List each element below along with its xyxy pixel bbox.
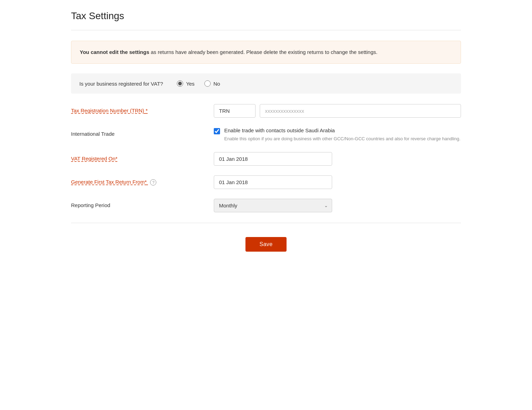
international-trade-checkbox[interactable] [214,128,220,134]
save-section: Save [71,234,461,259]
international-trade-field-col: Enable trade with contacts outside Saudi… [214,127,461,142]
vat-question: Is your business registered for VAT? [79,81,163,87]
vat-registered-input[interactable] [214,152,332,166]
vat-registered-row: VAT Registered On* [71,152,461,166]
alert-bold-text: You cannot edit the settings [80,49,149,55]
vat-registered-field-col [214,152,461,166]
first-tax-return-row: Generate First Tax Return From* ? [71,175,461,189]
form-section: Tax Registration Number (TRN) * Internat… [71,104,461,212]
reporting-period-row: Reporting Period Monthly Quarterly Annua… [71,199,461,212]
trn-label-text: Tax Registration Number (TRN) [71,108,144,113]
trn-asterisk: * [144,108,148,113]
vat-no-option[interactable]: No [204,80,220,87]
vat-no-radio[interactable] [204,80,211,87]
reporting-period-label: Reporting Period [71,202,110,208]
reporting-period-select-wrapper: Monthly Quarterly Annually ⌄ [214,199,332,212]
save-button[interactable]: Save [245,237,287,252]
international-trade-main-label[interactable]: Enable trade with contacts outside Saudi… [224,127,461,133]
alert-normal-text: as returns have already been generated. … [149,49,377,55]
vat-yes-radio[interactable] [177,80,183,87]
first-tax-return-label: Generate First Tax Return From* ? [71,179,156,185]
bottom-divider [71,223,461,223]
vat-yes-option[interactable]: Yes [177,80,194,87]
vat-no-label[interactable]: No [213,81,220,87]
reporting-period-field-col: Monthly Quarterly Annually ⌄ [214,199,461,212]
vat-registered-label-col: VAT Registered On* [71,152,203,161]
vat-registered-label: VAT Registered On* [71,156,117,161]
reporting-period-select[interactable]: Monthly Quarterly Annually [214,199,332,212]
page-title: Tax Settings [71,10,461,22]
vat-section: Is your business registered for VAT? Yes… [71,73,461,94]
international-trade-row: International Trade Enable trade with co… [71,127,461,142]
first-tax-return-input[interactable] [214,175,332,189]
reporting-period-label-col: Reporting Period [71,199,203,208]
international-trade-label: International Trade [71,131,115,137]
international-trade-sub-label: Enable this option if you are doing busi… [224,135,461,142]
top-divider [71,30,461,30]
first-tax-return-label-text: Generate First Tax Return From* [71,179,147,185]
first-tax-return-help-icon[interactable]: ? [150,179,156,186]
trn-label: Tax Registration Number (TRN) * [71,108,148,113]
trn-prefix-input[interactable] [214,104,256,118]
international-trade-label-col: International Trade [71,127,203,137]
alert-banner: You cannot edit the settings as returns … [71,41,461,64]
alert-text: You cannot edit the settings as returns … [80,49,377,55]
international-trade-checkbox-row: Enable trade with contacts outside Saudi… [214,127,461,142]
international-trade-label-group: Enable trade with contacts outside Saudi… [224,127,461,142]
trn-label-col: Tax Registration Number (TRN) * [71,104,203,113]
trn-input-row [214,104,461,118]
trn-field-col [214,104,461,118]
trn-number-input[interactable] [260,104,461,118]
vat-radio-group: Yes No [177,80,220,87]
vat-yes-label[interactable]: Yes [186,81,194,87]
first-tax-return-label-col: Generate First Tax Return From* ? [71,175,203,186]
trn-row: Tax Registration Number (TRN) * [71,104,461,118]
page-container: Tax Settings You cannot edit the setting… [57,0,475,269]
first-tax-return-field-col [214,175,461,189]
